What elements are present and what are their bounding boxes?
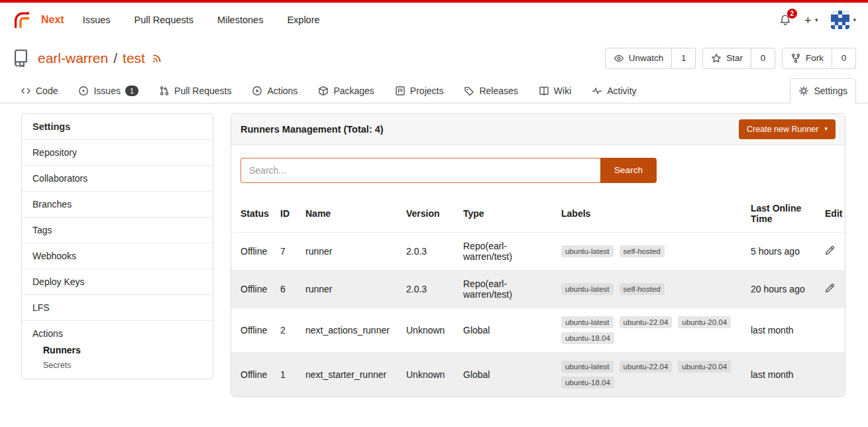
column-header-labels: Labels [555,195,744,233]
forgejo-logo-icon[interactable] [12,10,32,30]
sidebar-item-lfs[interactable]: LFS [22,294,213,320]
runner-status: Offline [231,232,274,270]
code-icon [21,86,31,96]
repo-owner-link[interactable]: earl-warren [38,50,108,66]
sidebar-item-actions[interactable]: ActionsRunnersSecrets [22,320,213,379]
navbar-right: 2 + ▾ ▾ [779,11,856,29]
runner-last-online: 5 hours ago [744,232,818,270]
book-icon [539,86,549,96]
navbar-item-issues[interactable]: Issues [83,15,111,25]
runner-last-online: last month [744,308,818,352]
fork-count[interactable]: 0 [832,48,856,69]
sidebar-item-tags[interactable]: Tags [22,217,213,243]
column-header-status: Status [231,195,274,233]
pulse-icon [592,86,602,96]
sidebar-item-branches[interactable]: Branches [22,191,213,217]
tab-pull-requests[interactable]: Pull Requests [150,78,240,103]
runner-name: next_starter_runner [299,352,400,396]
search-bar: Search [231,145,845,190]
eye-icon [614,53,624,64]
runner-status: Offline [231,270,274,308]
tab-activity[interactable]: Activity [583,78,645,103]
star-count[interactable]: 0 [751,48,775,69]
create-new-runner-button[interactable]: Create new Runner ▾ [739,119,836,139]
runner-version: Unknown [400,308,457,352]
edit-runner-button[interactable] [825,283,835,293]
sidebar-item-deploy-keys[interactable]: Deploy Keys [22,269,213,294]
project-icon [395,86,406,96]
tag-icon [464,86,474,96]
column-header-edit: Edit [818,195,845,233]
label-chip: ubuntu-20.04 [678,316,731,328]
navbar-links: IssuesPull RequestsMilestonesExplore [83,15,320,25]
notifications-button[interactable]: 2 [779,14,791,26]
runner-labels: ubuntu-latestubuntu-22.04ubuntu-20.04ubu… [561,316,737,344]
pencil-icon [825,283,835,293]
search-input[interactable] [241,158,600,183]
tab-projects[interactable]: Projects [386,78,453,103]
git-pull-request-icon [159,86,170,96]
sidebar-actions-label[interactable]: Actions [32,328,202,340]
star-icon [711,53,722,64]
sidebar-subitem-runners[interactable]: Runners [43,341,202,359]
tab-issues[interactable]: Issues1 [70,78,147,103]
panel-title: Runners Management (Total: 4) [241,124,384,135]
runner-last-online: last month [744,352,818,396]
runner-status: Offline [231,308,274,352]
column-header-last-online-time: Last Online Time [744,195,818,233]
search-button[interactable]: Search [600,158,657,183]
runners-table-head-row: StatusIDNameVersionTypeLabelsLast Online… [231,195,845,233]
tab-code[interactable]: Code [12,78,66,103]
repo-title-separator: / [113,50,117,66]
sidebar-item-webhooks[interactable]: Webhooks [22,243,213,269]
gear-icon [798,86,809,96]
create-menu-button[interactable]: + ▾ [804,14,818,27]
navbar-item-pull-requests[interactable]: Pull Requests [135,15,193,25]
edit-runner-button[interactable] [825,245,835,255]
sidebar-subitem-secrets[interactable]: Secrets [43,359,202,372]
runner-last-online: 20 hours ago [744,270,818,308]
sidebar-item-repository[interactable]: Repository [22,139,213,165]
repo-action-buttons: Unwatch1Star0Fork0 [605,48,856,69]
user-menu-button[interactable]: ▾ [831,11,856,29]
play-icon [252,86,262,96]
unwatch-count[interactable]: 1 [672,48,696,69]
label-chip: self-hosted [620,283,665,295]
runner-type: Repo(earl-warren/test) [457,232,555,270]
repo-name-link[interactable]: test [123,50,145,66]
tab-releases[interactable]: Releases [455,78,526,103]
column-header-type: Type [457,195,555,233]
pencil-icon [825,245,835,255]
runner-type: Repo(earl-warren/test) [457,270,555,308]
unwatch-button[interactable]: Unwatch [605,48,673,69]
sidebar-item-collaborators[interactable]: Collaborators [22,165,213,191]
tab-actions[interactable]: Actions [243,78,306,103]
column-header-version: Version [400,195,457,233]
issue-opened-icon [78,86,89,96]
label-chip: ubuntu-latest [561,245,614,257]
sidebar-title: Settings [22,114,213,139]
label-chip: ubuntu-latest [561,316,614,328]
brand-name[interactable]: Next [41,14,64,26]
runners-table: StatusIDNameVersionTypeLabelsLast Online… [231,195,845,396]
sidebar-sub-menu: RunnersSecrets [32,340,202,373]
tab-settings[interactable]: Settings [790,78,856,103]
repo-header: earl-warren / test Unwatch1Star0Fork0 [0,37,868,76]
column-header-id: ID [274,195,299,233]
avatar [831,11,849,29]
label-chip: ubuntu-20.04 [678,361,731,373]
tab-wiki[interactable]: Wiki [530,78,580,103]
navbar-item-milestones[interactable]: Milestones [217,15,263,25]
navbar-item-explore[interactable]: Explore [287,15,319,25]
label-chip: ubuntu-18.04 [561,332,614,344]
table-row: Offline7runner2.0.3Repo(earl-warren/test… [231,232,845,270]
runner-id: 7 [274,232,299,270]
fork-icon [790,53,801,64]
tab-packages[interactable]: Packages [309,78,382,103]
table-row: Offline2next_actions_runnerUnknownGlobal… [231,308,845,352]
unwatch-button-group: Unwatch1 [605,48,696,69]
runner-labels: ubuntu-latestself-hosted [561,283,737,295]
fork-button[interactable]: Fork [782,48,832,69]
rss-icon[interactable] [152,52,163,64]
star-button[interactable]: Star [702,48,751,69]
